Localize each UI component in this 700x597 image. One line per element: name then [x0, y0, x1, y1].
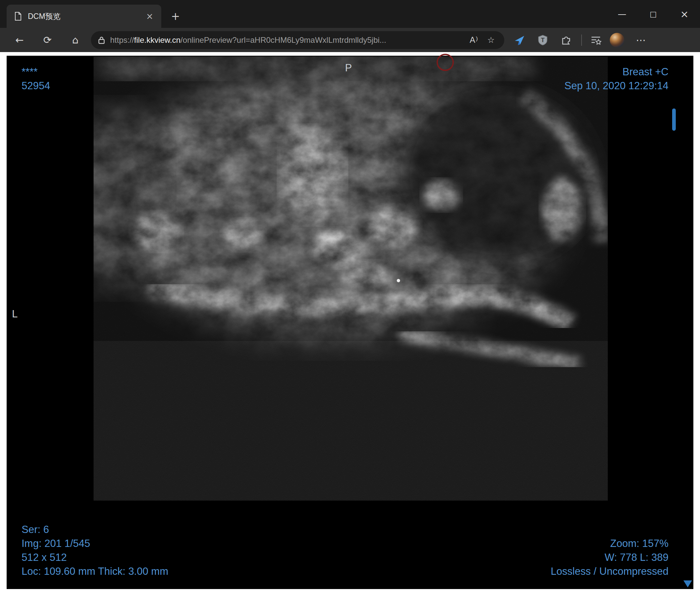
shield-extension-icon[interactable]: T [533, 31, 552, 49]
image-number: Img: 201 1/545 [22, 537, 168, 550]
url-path: /onlinePreview?url=aHR0cHM6Ly9maWxlLmtrd… [180, 35, 386, 45]
study-datetime: Sep 10, 2020 12:29:14 [564, 79, 669, 93]
page-icon [13, 11, 23, 21]
page-body: **** 52954 Breast +C Sep 10, 2020 12:29:… [0, 52, 700, 597]
patient-info-overlay: **** 52954 [22, 65, 50, 93]
browser-toolbar: ← ⟳ ⌂ https://file.kkview.cn/onlinePrevi… [0, 28, 700, 52]
scrollbar-thumb[interactable] [672, 108, 676, 131]
study-info-overlay: Breast +C Sep 10, 2020 12:29:14 [564, 65, 669, 93]
minimize-button[interactable]: — [606, 0, 638, 28]
back-button[interactable]: ← [8, 31, 31, 49]
url-text: https://file.kkview.cn/onlinePreview?url… [110, 35, 465, 45]
slice-location: Loc: 109.60 mm Thick: 3.00 mm [22, 565, 168, 578]
close-button[interactable]: × [669, 0, 700, 28]
image-matrix: 512 x 512 [22, 550, 168, 565]
extensions-button[interactable] [557, 31, 575, 49]
window-level: W: 778 L: 389 [551, 550, 669, 565]
url-domain: file.kkview.cn [134, 35, 180, 45]
window-controls: — □ × [606, 0, 700, 28]
study-description: Breast +C [564, 65, 669, 79]
orientation-marker-left: L [12, 308, 18, 320]
toolbar-separator [581, 34, 582, 46]
scroll-down-arrow-icon[interactable] [683, 580, 692, 588]
puzzle-icon [560, 34, 572, 46]
blue-extension-icon[interactable] [510, 31, 529, 49]
dicom-canvas[interactable]: **** 52954 Breast +C Sep 10, 2020 12:29:… [7, 56, 693, 589]
favorites-list-button[interactable] [586, 31, 605, 49]
home-button[interactable]: ⌂ [64, 31, 87, 49]
patient-number: 52954 [22, 79, 50, 93]
shield-icon: T [538, 34, 548, 46]
annotation-circle [436, 54, 454, 71]
compression-info: Lossless / Uncompressed [551, 565, 669, 578]
tab-title: DCM预览 [28, 11, 143, 22]
favorite-button[interactable]: ☆ [482, 33, 500, 47]
mri-image [7, 56, 693, 589]
address-bar[interactable]: https://file.kkview.cn/onlinePreview?url… [91, 31, 504, 49]
zoom-level: Zoom: 157% [551, 537, 669, 550]
new-tab-button[interactable]: + [168, 9, 183, 24]
settings-menu-button[interactable]: ⋯ [632, 31, 650, 49]
series-info-overlay: Ser: 6 Img: 201 1/545 512 x 512 Loc: 109… [22, 523, 168, 578]
orientation-marker-posterior: P [345, 62, 352, 74]
profile-avatar[interactable] [610, 33, 624, 47]
display-info-overlay: Zoom: 157% W: 778 L: 389 Lossless / Unco… [551, 537, 669, 578]
shield-letter: T [541, 37, 545, 44]
tab-close-icon[interactable]: × [143, 11, 156, 21]
lock-icon [98, 36, 105, 45]
read-aloud-wave: ) [476, 35, 478, 42]
read-aloud-button[interactable]: A) [465, 33, 482, 47]
series-number: Ser: 6 [22, 523, 168, 537]
refresh-button[interactable]: ⟳ [36, 31, 59, 49]
maximize-button[interactable]: □ [638, 0, 669, 28]
favorites-list-icon [590, 34, 601, 46]
patient-id-masked: **** [22, 65, 50, 79]
read-aloud-letter: A [470, 35, 475, 45]
tab-strip: DCM预览 × + — □ × [0, 0, 700, 28]
blue-bird-icon [514, 34, 525, 46]
browser-tab[interactable]: DCM预览 × [7, 5, 161, 28]
url-scheme: https:// [110, 35, 134, 45]
